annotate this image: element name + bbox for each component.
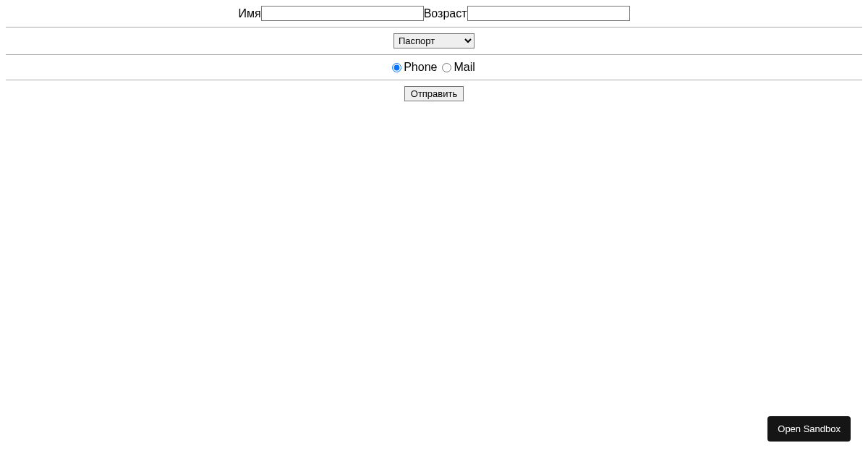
age-label: Возраст: [424, 7, 467, 20]
name-input[interactable]: [261, 6, 424, 21]
radio-phone[interactable]: [392, 63, 401, 72]
row-name-age: Имя Возраст: [6, 6, 862, 28]
row-submit: Отправить: [6, 80, 862, 107]
form-container: Имя Возраст Паспорт Phone Mail Отправить: [0, 0, 868, 113]
radio-phone-label: Phone: [404, 61, 437, 74]
name-label: Имя: [238, 7, 260, 20]
open-sandbox-button[interactable]: Open Sandbox: [767, 416, 851, 442]
document-select[interactable]: Паспорт: [393, 33, 475, 48]
row-select: Паспорт: [6, 28, 862, 55]
row-radio: Phone Mail: [6, 55, 862, 80]
age-input[interactable]: [467, 6, 630, 21]
submit-button[interactable]: Отправить: [404, 86, 464, 101]
radio-mail[interactable]: [442, 63, 451, 72]
radio-group: Phone Mail: [390, 61, 478, 74]
radio-mail-label: Mail: [454, 61, 475, 74]
